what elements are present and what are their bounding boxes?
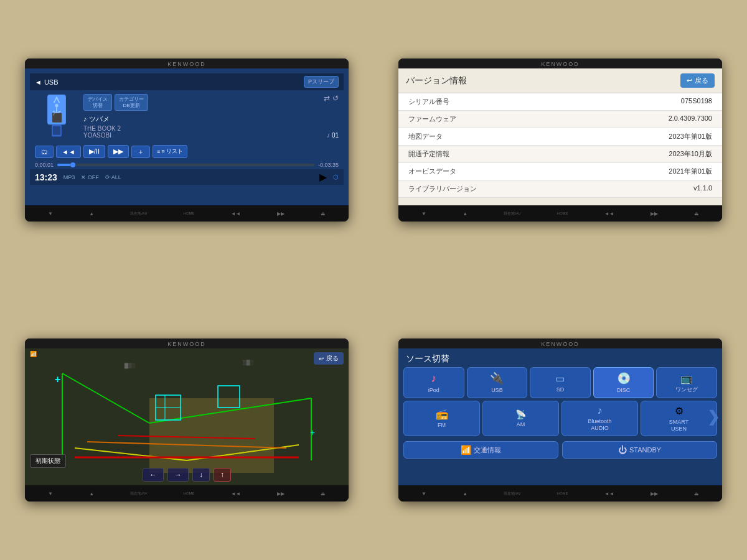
traffic-icon: 📶 (461, 445, 471, 455)
artist-row: YOASOBI ♪ 01 (83, 132, 339, 139)
hw-eject-q3[interactable]: ⏏ (321, 491, 326, 497)
hw-av-q4[interactable]: 現在地/AV (504, 491, 520, 497)
hw-prev-q2[interactable]: ◄◄ (604, 211, 614, 217)
init-state-button[interactable]: 初期状態 (30, 454, 66, 468)
svg-text:+: + (55, 374, 60, 385)
hw-eject-q2[interactable]: ⏏ (694, 211, 699, 217)
progress-bar-row: 0:00:01 -0:03:35 (30, 161, 344, 169)
device-switch-btn[interactable]: デバイス 切替 (83, 94, 112, 111)
prev-btn[interactable]: ◄◄ (56, 146, 81, 158)
hw-up-q2[interactable]: ▲ (463, 211, 467, 217)
progress-track[interactable] (57, 164, 314, 166)
brand-label: KENWOOD (25, 58, 349, 68)
source-grid-area: ♪ iPod 🔌 USB ▭ SD 💿 (398, 367, 722, 436)
hw-down-q2[interactable]: ▼ (421, 211, 426, 217)
usb-main-area: ⬛ デバイス 切替 カテゴリー DB更新 (30, 90, 344, 142)
source-disc[interactable]: 💿 DISC (593, 367, 654, 398)
category-update-btn[interactable]: カテゴリー DB更新 (115, 94, 148, 111)
source-sd[interactable]: ▭ SD (530, 367, 591, 398)
format-label: MP3 (63, 174, 75, 180)
hw-home[interactable]: HOME (184, 212, 195, 215)
source-smart-usen[interactable]: ⚙ SMART USEN (641, 401, 717, 437)
hw-down[interactable]: ▼ (48, 211, 53, 217)
source-fm[interactable]: 📻 FM (403, 401, 480, 437)
smart-usen-icon: ⚙ (675, 405, 684, 417)
hw-next[interactable]: ▶▶ (277, 211, 284, 217)
cam-down-btn[interactable]: ↓ (192, 468, 210, 482)
track-info-panel: デバイス 切替 カテゴリー DB更新 ⇄ ↺ (83, 94, 339, 139)
fm-icon: 📻 (436, 408, 448, 420)
hw-av-q3[interactable]: 現在地/AV (130, 491, 147, 497)
sd-icon: ▭ (555, 373, 565, 385)
back-button[interactable]: ↩ 戻る (680, 73, 715, 88)
right-arrow-icon[interactable]: ❯ (707, 408, 720, 426)
hw-up-q4[interactable]: ▲ (463, 491, 467, 497)
source-ipod[interactable]: ♪ iPod (403, 367, 464, 398)
hw-av[interactable]: 現在地/AV (130, 211, 147, 217)
usb-icon-area: ⬛ (35, 94, 78, 139)
hw-prev-q3[interactable]: ◄◄ (231, 491, 241, 497)
track-number: 01 (332, 132, 339, 139)
album-name: THE BOOK 2 (83, 125, 121, 132)
elapsed-time: 0:00:01 (35, 162, 54, 168)
svg-text:+: + (310, 427, 315, 437)
hw-av-q2[interactable]: 現在地/AV (504, 211, 520, 217)
source-am[interactable]: 📡 AM (482, 401, 559, 437)
source-usb[interactable]: 🔌 USB (467, 367, 528, 398)
usb-drive-icon: ⬛ (41, 95, 72, 138)
traffic-info-btn[interactable]: 📶 交通情報 (403, 441, 558, 459)
hw-eject[interactable]: ⏏ (321, 211, 326, 217)
am-icon: 📡 (515, 409, 526, 419)
hw-home-q2[interactable]: HOME (557, 212, 568, 215)
hw-down-q4[interactable]: ▼ (421, 491, 426, 497)
repeat-status: ⟳ ALL (105, 174, 121, 180)
camera-back-button[interactable]: ↩ 戻る (314, 352, 344, 365)
quadrant-camera: KENWOOD (0, 280, 374, 560)
hw-home-q3[interactable]: HOME (184, 492, 195, 495)
version-header: バージョン情報 ↩ 戻る (398, 68, 722, 93)
hw-down-q3[interactable]: ▼ (48, 491, 53, 497)
hw-prev-q4[interactable]: ◄◄ (604, 491, 614, 497)
remaining-time: -0:03:35 (318, 162, 339, 168)
next-btn[interactable]: ▶▶ (108, 145, 129, 158)
add-btn[interactable]: + (131, 146, 150, 158)
camera-control-buttons: ← → ↓ ↑ (143, 468, 231, 482)
hw-up-q3[interactable]: ▲ (89, 491, 94, 497)
shuffle-status: ✕ OFF (81, 174, 99, 180)
hw-next-q4[interactable]: ▶▶ (651, 491, 658, 497)
hw-up[interactable]: ▲ (89, 211, 94, 217)
version-row-orbis: オービスデータ 2021年第01版 (398, 163, 722, 180)
svg-point-3 (55, 104, 58, 107)
hardware-buttons-row: ▼ ▲ 現在地/AV HOME ◄◄ ▶▶ ⏏ (25, 205, 349, 222)
playback-controls: 🗂 ◄◄ ▶/II ▶▶ + ≡ ≡ リスト (30, 142, 344, 161)
back-icon: ↩ (687, 77, 692, 85)
hw-prev[interactable]: ◄◄ (231, 211, 241, 217)
cam-left-btn[interactable]: ← (143, 468, 164, 482)
brand-label-q4: KENWOOD (398, 338, 722, 348)
play-pause-btn[interactable]: ▶/II (83, 145, 105, 158)
hardware-buttons-row-q2: ▼ ▲ 現在地/AV HOME ◄◄ ▶▶ ⏏ (398, 205, 722, 222)
list-btn[interactable]: ≡ ≡ リスト (153, 145, 187, 158)
folder-btn[interactable]: 🗂 (35, 146, 54, 158)
standby-btn[interactable]: ⏻ STANDBY (562, 441, 717, 459)
bluetooth-icon: ⬡ (333, 174, 339, 180)
camera-signal-icon: 📶 (30, 351, 37, 357)
cam-up-btn[interactable]: ↑ (214, 468, 231, 482)
version-row-road: 開通予定情報 2023年10月版 (398, 146, 722, 163)
source-row-2: 📻 FM 📡 AM ♪ Bluetooth AUDIO (403, 401, 717, 437)
source-bluetooth-audio[interactable]: ♪ Bluetooth AUDIO (561, 401, 638, 437)
hardware-buttons-row-q3: ▼ ▲ 現在地/AV HOME ◄◄ ▶▶ ⏏ (25, 485, 349, 502)
hw-home-q4[interactable]: HOME (557, 492, 568, 495)
progress-dot (70, 162, 75, 167)
hw-next-q2[interactable]: ▶▶ (651, 211, 658, 217)
hw-next-q3[interactable]: ▶▶ (277, 491, 284, 497)
svg-text:⬛: ⬛ (52, 113, 63, 123)
hw-eject-q4[interactable]: ⏏ (694, 491, 699, 497)
power-icon: ⏻ (618, 445, 627, 455)
source-wanseg[interactable]: 📺 ワンセグ (656, 367, 717, 398)
status-bar: 13:23 MP3 ✕ OFF ⟳ ALL ▶ ⬡ (30, 169, 344, 185)
ipod-icon: ♪ (431, 372, 436, 385)
sleep-button[interactable]: Pスリープ (304, 76, 339, 88)
version-title: バージョン情報 (406, 75, 467, 86)
cam-right-btn[interactable]: → (167, 468, 189, 482)
